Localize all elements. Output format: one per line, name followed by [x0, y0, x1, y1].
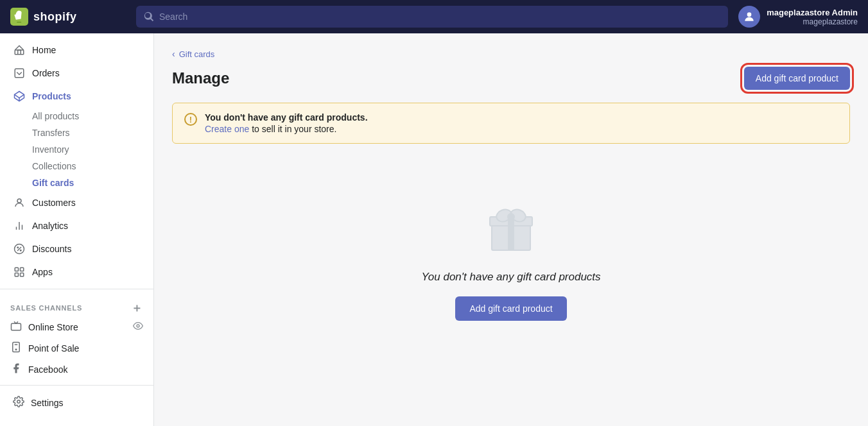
online-store-icon — [10, 320, 22, 334]
sidebar-item-customers[interactable]: Customers — [3, 191, 151, 214]
sidebar-item-pos-label: Point of Sale — [28, 343, 79, 354]
sidebar-sub-all-products[interactable]: All products — [3, 108, 151, 124]
svg-rect-2 — [15, 50, 24, 55]
gift-box-icon — [482, 198, 540, 255]
svg-rect-26 — [508, 225, 514, 250]
avatar[interactable] — [738, 6, 760, 28]
sidebar-sub-collections[interactable]: Collections — [3, 158, 151, 175]
settings-icon — [13, 396, 24, 409]
sidebar-item-point-of-sale[interactable]: Point of Sale — [0, 337, 153, 359]
sidebar-item-facebook[interactable]: Facebook — [0, 359, 153, 380]
sidebar-item-online-store[interactable]: Online Store — [0, 316, 153, 337]
add-gift-card-product-button-top[interactable]: Add gift card product — [744, 67, 850, 90]
warning-create-link[interactable]: Create one — [205, 124, 249, 134]
sidebar-item-products[interactable]: Products — [3, 85, 151, 108]
sidebar-item-online-store-label: Online Store — [28, 322, 78, 332]
logo-area: shopify — [10, 8, 126, 26]
warning-suffix: to sell it in your store. — [249, 124, 336, 134]
svg-point-30 — [507, 213, 515, 221]
sidebar-item-products-label: Products — [32, 91, 71, 101]
sidebar-item-settings-label: Settings — [31, 398, 64, 408]
pos-icon — [10, 341, 22, 355]
customers-icon — [13, 196, 26, 209]
svg-point-1 — [747, 12, 752, 17]
sidebar: Home Orders Products All produ — [0, 33, 154, 426]
sidebar-sub-transfers-label: Transfers — [32, 128, 70, 138]
sidebar-item-home-label: Home — [32, 45, 56, 55]
search-input[interactable] — [159, 12, 720, 22]
sidebar-item-home[interactable]: Home — [3, 38, 151, 62]
empty-state: You don't have any gift card products Ad… — [172, 159, 850, 359]
sidebar-item-facebook-label: Facebook — [28, 364, 67, 375]
user-name: mageplazastore Admin — [767, 8, 858, 17]
search-icon — [144, 12, 154, 22]
home-icon — [13, 44, 26, 56]
svg-point-22 — [15, 349, 17, 350]
analytics-icon — [13, 219, 26, 232]
warning-title: You don't have any gift card products. — [205, 112, 368, 123]
sidebar-item-apps[interactable]: Apps — [3, 260, 151, 284]
logo-text: shopify — [33, 10, 77, 24]
svg-point-19 — [137, 325, 139, 327]
content-area: ‹ Gift cards Manage Add gift card produc… — [154, 33, 868, 426]
sidebar-divider-2 — [0, 385, 153, 386]
user-store: mageplazastore — [767, 17, 858, 26]
products-icon — [13, 90, 26, 103]
breadcrumb-chevron-icon: ‹ — [172, 49, 175, 59]
user-info: mageplazastore Admin mageplazastore — [767, 8, 858, 26]
breadcrumb-label: Gift cards — [179, 49, 215, 59]
add-gift-card-product-button-center[interactable]: Add gift card product — [455, 296, 566, 321]
user-avatar-icon — [743, 10, 756, 23]
main-layout: Home Orders Products All produ — [0, 33, 868, 426]
orders-icon — [13, 67, 26, 80]
sidebar-sub-gift-cards-label: Gift cards — [32, 178, 74, 188]
sidebar-item-orders[interactable]: Orders — [3, 62, 151, 85]
discounts-icon — [13, 243, 26, 255]
sidebar-item-apps-label: Apps — [32, 267, 53, 277]
sidebar-sub-collections-label: Collections — [32, 161, 76, 171]
sidebar-sub-inventory-label: Inventory — [32, 144, 69, 155]
sidebar-sub-inventory[interactable]: Inventory — [3, 141, 151, 158]
sidebar-sub-all-products-label: All products — [32, 111, 79, 121]
svg-point-12 — [17, 247, 19, 248]
svg-rect-14 — [15, 268, 18, 271]
sidebar-item-settings[interactable]: Settings — [3, 391, 151, 414]
sales-channels-label: SALES CHANNELS ＋ — [0, 294, 153, 316]
warning-text: You don't have any gift card products. C… — [205, 112, 368, 134]
svg-rect-17 — [21, 273, 24, 277]
sidebar-item-discounts-label: Discounts — [32, 244, 71, 254]
shopify-logo-icon — [10, 8, 28, 26]
sidebar-item-analytics-label: Analytics — [32, 221, 68, 231]
facebook-icon — [10, 362, 22, 376]
search-bar[interactable] — [136, 6, 728, 28]
topbar: shopify mageplazastore Admin mageplazast… — [0, 0, 868, 33]
warning-body: Create one to sell it in your store. — [205, 124, 368, 134]
warning-icon: ! — [184, 113, 197, 126]
apps-icon — [13, 266, 26, 278]
eye-icon[interactable] — [133, 321, 143, 333]
sidebar-item-customers-label: Customers — [32, 198, 76, 208]
sidebar-item-discounts[interactable]: Discounts — [3, 237, 151, 260]
svg-point-6 — [17, 199, 21, 203]
gift-card-illustration — [482, 198, 540, 258]
sidebar-item-orders-label: Orders — [32, 68, 60, 78]
svg-rect-3 — [15, 69, 24, 78]
sidebar-divider — [0, 289, 153, 289]
add-sales-channel-icon[interactable]: ＋ — [131, 302, 143, 314]
page-header: Manage Add gift card product — [172, 67, 850, 90]
svg-point-13 — [21, 250, 22, 251]
breadcrumb[interactable]: ‹ Gift cards — [172, 49, 850, 59]
svg-rect-15 — [21, 268, 24, 271]
page-title: Manage — [172, 69, 229, 87]
user-area: mageplazastore Admin mageplazastore — [738, 6, 858, 28]
svg-point-23 — [17, 400, 21, 404]
svg-rect-16 — [15, 273, 18, 277]
empty-state-text: You don't have any gift card products — [421, 271, 600, 284]
sidebar-item-analytics[interactable]: Analytics — [3, 214, 151, 237]
sidebar-sub-gift-cards[interactable]: Gift cards — [3, 175, 151, 191]
warning-banner: ! You don't have any gift card products.… — [172, 103, 850, 144]
svg-rect-18 — [12, 323, 21, 330]
sidebar-sub-transfers[interactable]: Transfers — [3, 124, 151, 141]
